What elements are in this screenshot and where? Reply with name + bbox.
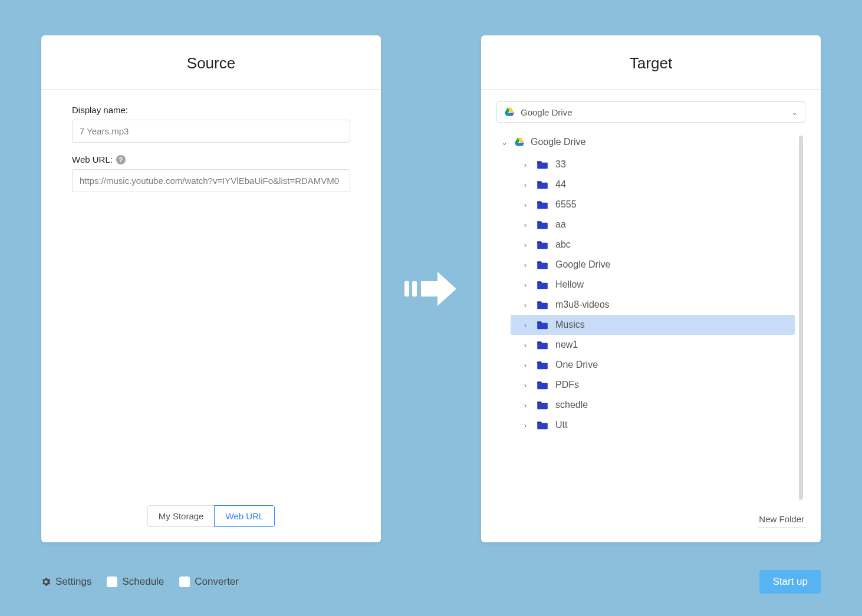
scrollbar[interactable] bbox=[799, 136, 803, 500]
chevron-right-icon: › bbox=[521, 180, 529, 189]
folder-name: One Drive bbox=[555, 360, 598, 370]
folder-icon bbox=[537, 420, 548, 430]
source-panel: Source Display name: Web URL: ? My Stora… bbox=[41, 35, 381, 542]
tree-item[interactable]: ›aa bbox=[511, 215, 795, 235]
chevron-right-icon: › bbox=[521, 281, 529, 289]
tree-item[interactable]: ›PDFs bbox=[511, 375, 795, 395]
tree-item[interactable]: ›new1 bbox=[511, 335, 795, 355]
folder-icon bbox=[537, 160, 548, 169]
tab-my-storage[interactable]: My Storage bbox=[147, 505, 215, 527]
tree-item[interactable]: ›33 bbox=[511, 154, 795, 174]
folder-name: PDFs bbox=[555, 380, 579, 390]
start-up-button[interactable]: Start up bbox=[759, 570, 821, 594]
chevron-right-icon: › bbox=[521, 220, 529, 229]
google-drive-icon bbox=[504, 107, 515, 117]
web-url-group: Web URL: ? bbox=[72, 154, 350, 192]
schedule-label: Schedule bbox=[122, 576, 164, 588]
display-name-label: Display name: bbox=[72, 105, 350, 115]
tab-web-url[interactable]: Web URL bbox=[214, 505, 275, 527]
folder-name: aa bbox=[555, 219, 566, 230]
chevron-right-icon: › bbox=[521, 301, 529, 309]
folder-name: Hellow bbox=[555, 279, 584, 290]
folder-icon bbox=[537, 240, 548, 249]
tree-item[interactable]: ›Hellow bbox=[511, 275, 795, 295]
folder-tree: ⌄ Google Drive ›33›44›6555›aa›abc›Google… bbox=[496, 136, 805, 512]
chevron-right-icon: › bbox=[521, 381, 529, 390]
converter-toggle[interactable]: Converter bbox=[179, 576, 239, 588]
folder-name: Google Drive bbox=[555, 259, 610, 270]
target-panel-body: Google Drive ⌄ ⌄ Google Drive ›33›44›655… bbox=[481, 90, 821, 512]
footer: Settings Schedule Converter Start up bbox=[41, 570, 821, 594]
folder-name: 33 bbox=[555, 159, 566, 170]
google-drive-icon bbox=[514, 137, 525, 147]
tree-root-label: Google Drive bbox=[531, 137, 585, 147]
folder-icon bbox=[537, 200, 548, 209]
folder-name: schedle bbox=[555, 400, 588, 410]
folder-icon bbox=[537, 340, 548, 350]
chevron-right-icon: › bbox=[521, 421, 529, 430]
settings-button[interactable]: Settings bbox=[41, 576, 91, 588]
chevron-right-icon: › bbox=[521, 200, 529, 209]
folder-name: 44 bbox=[555, 179, 566, 190]
tree-root[interactable]: ⌄ Google Drive bbox=[496, 136, 805, 154]
source-panel-title: Source bbox=[41, 35, 381, 90]
chevron-right-icon: › bbox=[521, 160, 529, 169]
tree-item[interactable]: ›One Drive bbox=[511, 355, 795, 375]
gear-icon bbox=[41, 577, 51, 587]
help-icon[interactable]: ? bbox=[116, 155, 126, 164]
chevron-down-icon: ⌄ bbox=[500, 138, 508, 147]
tree-item[interactable]: ›Musics bbox=[511, 315, 795, 335]
folder-icon bbox=[537, 320, 548, 330]
display-name-group: Display name: bbox=[72, 105, 350, 143]
web-url-input[interactable] bbox=[72, 169, 350, 192]
svg-rect-1 bbox=[412, 281, 417, 297]
svg-rect-0 bbox=[404, 281, 409, 297]
settings-label: Settings bbox=[55, 576, 91, 588]
main-row: Source Display name: Web URL: ? My Stora… bbox=[0, 0, 862, 542]
display-name-input[interactable] bbox=[72, 120, 350, 143]
chevron-right-icon: › bbox=[521, 401, 529, 410]
converter-label: Converter bbox=[195, 576, 239, 588]
web-url-label-row: Web URL: ? bbox=[72, 154, 350, 164]
folder-name: abc bbox=[555, 239, 571, 250]
chevron-right-icon: › bbox=[521, 321, 529, 330]
target-panel-title: Target bbox=[481, 35, 821, 90]
folder-icon bbox=[537, 220, 548, 229]
drive-select-dropdown[interactable]: Google Drive ⌄ bbox=[496, 101, 805, 123]
source-tabs: My Storage Web URL bbox=[41, 505, 381, 527]
transfer-arrow-icon bbox=[404, 268, 458, 309]
footer-left: Settings Schedule Converter bbox=[41, 576, 239, 588]
tree-item[interactable]: ›m3u8-videos bbox=[511, 295, 795, 315]
folder-icon bbox=[537, 260, 548, 269]
folder-icon bbox=[537, 280, 548, 289]
chevron-down-icon: ⌄ bbox=[791, 108, 798, 117]
tree-item[interactable]: ›schedle bbox=[511, 395, 795, 415]
checkbox-icon bbox=[179, 577, 190, 587]
tree-item[interactable]: ›6555 bbox=[511, 195, 795, 215]
folder-icon bbox=[537, 380, 548, 390]
chevron-right-icon: › bbox=[521, 241, 529, 249]
folder-icon bbox=[537, 180, 548, 189]
chevron-right-icon: › bbox=[521, 341, 529, 350]
tree-item[interactable]: ›Google Drive bbox=[511, 255, 795, 275]
web-url-label: Web URL: bbox=[72, 154, 113, 164]
source-panel-body: Display name: Web URL: ? bbox=[41, 90, 381, 542]
schedule-toggle[interactable]: Schedule bbox=[107, 576, 164, 588]
folder-name: 6555 bbox=[555, 199, 577, 210]
folder-icon bbox=[537, 400, 548, 410]
folder-name: Utt bbox=[555, 420, 567, 430]
tree-item[interactable]: ›44 bbox=[511, 174, 795, 195]
checkbox-icon bbox=[107, 577, 117, 587]
folder-name: Musics bbox=[555, 319, 585, 330]
folder-name: m3u8-videos bbox=[555, 299, 610, 310]
tree-item[interactable]: ›Utt bbox=[511, 415, 795, 435]
folder-name: new1 bbox=[555, 340, 578, 350]
chevron-right-icon: › bbox=[521, 261, 529, 269]
target-panel: Target Google Drive ⌄ ⌄ bbox=[481, 35, 821, 542]
folder-icon bbox=[537, 360, 548, 370]
tree-list: ›33›44›6555›aa›abc›Google Drive›Hellow›m… bbox=[496, 154, 805, 435]
chevron-right-icon: › bbox=[521, 361, 529, 370]
drive-select-label: Google Drive bbox=[521, 107, 573, 117]
tree-item[interactable]: ›abc bbox=[511, 235, 795, 255]
new-folder-button[interactable]: New Folder bbox=[758, 512, 805, 528]
